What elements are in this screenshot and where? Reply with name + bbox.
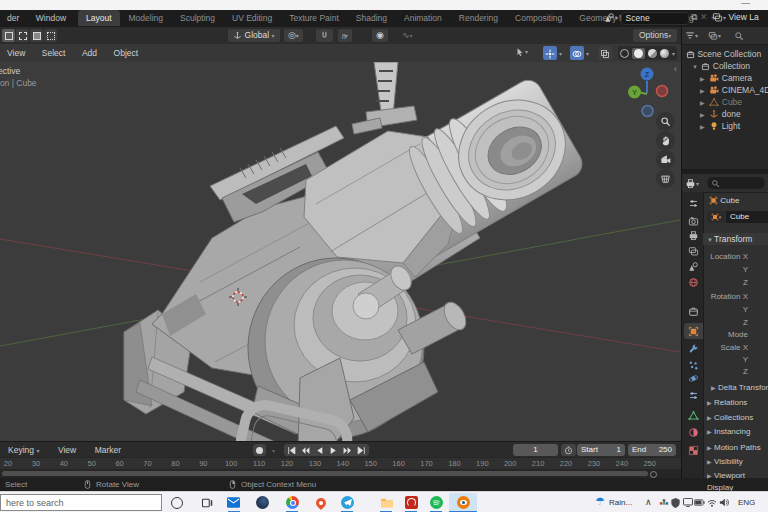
shading-rendered-button[interactable] [660, 49, 669, 58]
tab-uv-editing[interactable]: UV Editing [224, 10, 280, 26]
previous-keyframe-button[interactable] [301, 446, 310, 455]
tab-modeling[interactable]: Modeling [121, 10, 172, 26]
object-id-dropdown[interactable]: ▾ [707, 211, 725, 223]
menu-add[interactable]: Add [75, 44, 104, 62]
sidebar-collapse-arrow[interactable]: ‹ [674, 64, 677, 74]
menu-window[interactable]: Window [29, 10, 73, 27]
auto-keying-button[interactable] [253, 444, 266, 456]
scrollbar-thumb[interactable] [2, 471, 648, 476]
view-layer-icon[interactable]: ▾ [712, 12, 726, 22]
select-mode-intersect-button[interactable] [44, 29, 57, 42]
weather-umbrella-icon[interactable]: ☂ [595, 491, 605, 512]
tray-expand-chevron[interactable]: ∧ [645, 492, 652, 512]
cortana-icon[interactable] [169, 495, 184, 510]
outliner-row-done[interactable]: ▶ done [682, 108, 768, 120]
tab-rendering[interactable]: Rendering [451, 10, 506, 26]
shading-material-button[interactable] [648, 49, 657, 58]
select-mode-extend-button[interactable] [16, 29, 29, 42]
tab-collection-properties[interactable] [684, 303, 703, 319]
menu-render[interactable]: der [0, 10, 26, 27]
tab-layout[interactable]: Layout [78, 10, 120, 26]
transform-orientation-dropdown[interactable]: Global ▾ [228, 29, 280, 42]
panel-delta-transform[interactable]: ▶Delta Transform [703, 382, 768, 394]
snap-target-dropdown[interactable]: ᵢ⋅ᵢ▾ [338, 29, 352, 42]
file-explorer-icon[interactable] [379, 495, 394, 510]
spotify-icon[interactable] [429, 495, 444, 510]
view-layer-name[interactable]: View La [729, 12, 759, 22]
orthographic-toggle-button[interactable] [656, 169, 675, 188]
taskbar-search-input[interactable]: here to search [0, 494, 162, 511]
tab-output-properties[interactable] [684, 227, 703, 243]
tab-animation[interactable]: Animation [396, 10, 450, 26]
panel-collections[interactable]: ▶Collections [703, 412, 768, 424]
blender-app-icon[interactable] [456, 495, 471, 510]
outliner-row-cube[interactable]: ▶ Cube [682, 96, 768, 108]
tab-material-properties[interactable] [684, 424, 703, 440]
outliner-row-camera[interactable]: ▶ Camera [682, 72, 768, 84]
panel-motion-paths[interactable]: ▶Motion Paths [703, 442, 768, 454]
tab-object-properties[interactable] [684, 323, 703, 339]
select-mode-tweak-button[interactable] [2, 29, 15, 42]
scene-name-field[interactable]: Scene [621, 12, 689, 25]
outliner-row-scene-collection[interactable]: Scene Collection [682, 48, 768, 60]
tab-modifier-properties[interactable] [684, 340, 703, 356]
shading-wireframe-button[interactable] [620, 49, 629, 58]
tab-constraint-properties[interactable] [684, 387, 703, 403]
language-indicator[interactable]: ENG [738, 492, 755, 512]
tab-physics-properties[interactable] [684, 370, 703, 386]
pdf-app-icon[interactable] [404, 495, 419, 510]
menu-select[interactable]: Select [35, 44, 73, 62]
timeline-scrollbar[interactable] [0, 469, 681, 478]
timeline-menu-marker[interactable]: Marker [87, 442, 129, 458]
jump-to-start-button[interactable] [287, 446, 296, 455]
options-dropdown[interactable]: Options▾ [633, 29, 677, 42]
tab-view-layer-properties[interactable] [684, 243, 703, 259]
scrollbar-end-knob[interactable] [650, 471, 657, 478]
play-button[interactable] [329, 446, 338, 455]
telegram-icon[interactable] [340, 495, 355, 510]
shading-dropdown[interactable]: ▾ [672, 50, 675, 57]
menu-view[interactable]: View [0, 44, 32, 62]
outliner-filter-dropdown[interactable]: ▾ [685, 30, 698, 41]
properties-editor-type-dropdown[interactable]: ▾ [685, 178, 699, 189]
jump-to-end-button[interactable] [357, 446, 366, 455]
camera-view-button[interactable] [656, 150, 675, 169]
current-frame-field[interactable]: 1 [513, 444, 558, 456]
timeline-menu-view[interactable]: View [50, 442, 84, 458]
tab-world-properties[interactable] [684, 274, 703, 290]
tray-volume-icon[interactable] [716, 495, 731, 510]
scene-icon[interactable]: ▾ [604, 12, 618, 23]
tab-sculpting[interactable]: Sculpting [172, 10, 223, 26]
scene-delete-icon[interactable]: ✕ [700, 12, 708, 22]
proportional-falloff-dropdown[interactable]: ∿▾ [398, 29, 417, 43]
object-name-field[interactable]: Cube [726, 211, 768, 223]
menu-object[interactable]: Object [107, 44, 146, 62]
play-reverse-button[interactable] [315, 446, 324, 455]
outliner-row-collection[interactable]: ▼ Collection [682, 60, 768, 72]
snap-toggle-button[interactable] [316, 29, 333, 42]
properties-search-input[interactable] [707, 177, 765, 189]
proportional-editing-button[interactable]: ◉ [372, 29, 388, 42]
pan-tool-button[interactable] [656, 131, 675, 150]
tab-compositing[interactable]: Compositing [507, 10, 570, 26]
outliner-search-icon[interactable] [734, 30, 744, 41]
chrome-icon[interactable] [285, 495, 300, 510]
tab-texture-properties[interactable] [684, 442, 703, 458]
outliner-row-light[interactable]: ▶ Light [682, 120, 768, 132]
transform-panel-header[interactable]: ▼Transform [703, 233, 768, 245]
viewport-3d[interactable]: ective ion | Cube ‹ Z Y [0, 62, 681, 441]
maps-pin-icon[interactable] [313, 495, 328, 510]
gizmos-dropdown[interactable]: ▾ [559, 50, 562, 57]
panel-instancing[interactable]: ▶Instancing [703, 426, 768, 438]
gizmos-toggle-button[interactable] [543, 46, 557, 60]
panel-visibility[interactable]: ▶Visibility [703, 456, 768, 468]
task-view-icon[interactable] [199, 495, 214, 510]
minimize-icon[interactable]: — [741, 0, 750, 8]
tab-tool-properties[interactable] [684, 195, 703, 211]
object-type-visibility-dropdown[interactable]: ▾ [515, 46, 528, 57]
zoom-tool-button[interactable] [656, 112, 675, 131]
shading-solid-button[interactable] [632, 48, 645, 59]
overlays-toggle-button[interactable] [570, 46, 584, 60]
panel-viewport-display[interactable]: ▶Viewport Display [703, 470, 768, 482]
outliner-display-mode-dropdown[interactable]: ▾ [708, 30, 721, 41]
